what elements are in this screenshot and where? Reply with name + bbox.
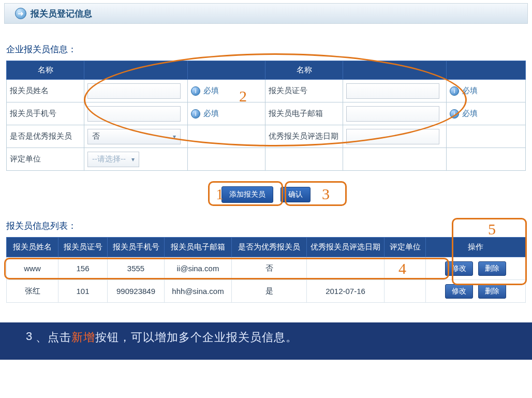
required-indicator: i必填	[191, 86, 219, 96]
add-declarant-button[interactable]: 添加报关员	[221, 186, 273, 203]
form-wrapper: 名称 名称 报关员姓名 i必填 报关员证号 i必填 报关员手机号 i必填	[6, 61, 526, 171]
footer-pre: 、点击	[36, 330, 71, 345]
input-phone[interactable]	[87, 106, 181, 122]
col-excellent: 是否为优秀报关员	[232, 238, 307, 257]
cell-unit	[385, 280, 426, 303]
form-header-name-left: 名称	[7, 61, 84, 80]
page-title: 报关员登记信息	[31, 8, 92, 20]
cell-name: www	[7, 257, 58, 280]
form-header-blank-4	[447, 61, 526, 80]
info-icon: i	[450, 86, 459, 96]
confirm-button[interactable]: 确认	[280, 187, 311, 202]
label-assess-unit: 评定单位	[7, 148, 84, 171]
select-assess-unit-placeholder: --请选择--	[92, 154, 126, 164]
input-email[interactable]	[346, 106, 439, 122]
label-email: 报关员电子邮箱	[265, 102, 343, 125]
select-is-excellent-value: 否	[92, 131, 100, 141]
footer-keyword: 新增	[71, 330, 95, 345]
form-header-blank-1	[84, 61, 188, 80]
form-header-blank-2	[188, 61, 265, 80]
form-header-blank-3	[343, 61, 447, 80]
edit-button[interactable]: 修改	[445, 261, 473, 276]
list-section-title: 报关员信息列表：	[6, 220, 526, 232]
table-row: www 156 3555 ii@sina.com 否 修改 删除	[7, 257, 526, 280]
info-icon: i	[191, 109, 200, 119]
input-award-date[interactable]	[346, 129, 439, 144]
list-wrapper: 报关员姓名 报关员证号 报关员手机号 报关员电子邮箱 是否为优秀报关员 优秀报关…	[0, 237, 532, 303]
cell-cert: 156	[58, 257, 108, 280]
cell-email: ii@sina.com	[165, 257, 232, 280]
title-bar: ➜ 报关员登记信息	[4, 3, 528, 24]
label-cert-no: 报关员证号	[265, 80, 343, 102]
required-indicator: i必填	[450, 109, 478, 119]
label-declarant-name: 报关员姓名	[7, 80, 84, 102]
cell-cert: 101	[58, 280, 108, 303]
footer-post: 按钮，可以增加多个企业报关员信息。	[95, 330, 298, 345]
label-phone: 报关员手机号	[7, 102, 84, 125]
col-name: 报关员姓名	[7, 238, 58, 257]
cell-excellent: 否	[232, 257, 307, 280]
form-table: 名称 名称 报关员姓名 i必填 报关员证号 i必填 报关员手机号 i必填	[6, 61, 526, 171]
required-indicator: i必填	[450, 86, 478, 96]
col-phone: 报关员手机号	[108, 238, 165, 257]
cell-award-date	[307, 257, 385, 280]
cell-award-date: 2012-07-16	[307, 280, 385, 303]
list-table: 报关员姓名 报关员证号 报关员手机号 报关员电子邮箱 是否为优秀报关员 优秀报关…	[6, 237, 526, 303]
input-declarant-name[interactable]	[87, 83, 181, 99]
arrow-circle-icon: ➜	[15, 8, 26, 19]
select-assess-unit[interactable]: --请选择-- ▾	[87, 152, 139, 167]
chevron-down-icon: ▾	[173, 133, 176, 140]
col-email: 报关员电子邮箱	[165, 238, 232, 257]
chevron-down-icon: ▾	[131, 156, 135, 163]
instruction-footer: 3 、点击 新增 按钮，可以增加多个企业报关员信息。	[0, 322, 532, 360]
delete-button[interactable]: 删除	[478, 284, 506, 299]
label-award-date: 优秀报关员评选日期	[265, 125, 343, 148]
form-header-name-right: 名称	[265, 61, 343, 80]
button-row: 添加报关员 确认 1 3	[6, 180, 526, 209]
cell-phone: 990923849	[108, 280, 165, 303]
col-unit: 评定单位	[385, 238, 426, 257]
cell-unit	[385, 257, 426, 280]
form-section-title: 企业报关员信息：	[6, 43, 526, 55]
edit-button[interactable]: 修改	[445, 284, 473, 299]
cell-email: hhh@sina.com	[165, 280, 232, 303]
cell-excellent: 是	[232, 280, 307, 303]
required-indicator: i必填	[191, 109, 219, 119]
label-is-excellent: 是否是优秀报关员	[7, 125, 84, 148]
table-row: 张红 101 990923849 hhh@sina.com 是 2012-07-…	[7, 280, 526, 303]
cell-name: 张红	[7, 280, 58, 303]
select-is-excellent[interactable]: 否 ▾	[87, 129, 181, 144]
input-cert-no[interactable]	[346, 83, 439, 99]
footer-number: 3	[26, 330, 33, 343]
col-cert: 报关员证号	[58, 238, 108, 257]
delete-button[interactable]: 删除	[478, 261, 506, 276]
col-ops: 操作	[426, 238, 526, 257]
cell-phone: 3555	[108, 257, 165, 280]
info-icon: i	[450, 109, 459, 119]
col-award-date: 优秀报关员评选日期	[307, 238, 385, 257]
info-icon: i	[191, 86, 200, 96]
